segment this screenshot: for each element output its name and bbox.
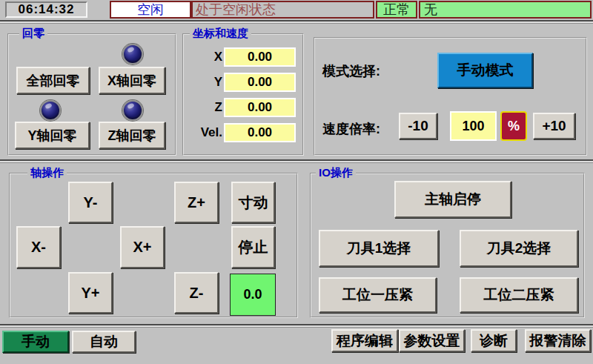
z-axis-label: Z [187, 98, 222, 117]
jog-y-minus-button[interactable]: Y- [68, 182, 113, 223]
spindle-start-stop-button[interactable]: 主轴启停 [394, 181, 511, 218]
alarm-message: 无 [419, 1, 592, 19]
home-all-button[interactable]: 全部回零 [16, 67, 90, 94]
mode-select-button[interactable]: 手动模式 [437, 53, 533, 88]
override-plus-button[interactable]: +10 [533, 113, 575, 139]
io-ops-group-title: IO操作 [316, 166, 356, 179]
machine-state-message: 处于空闲状态 [191, 1, 374, 19]
axis-ops-group-title: 轴操作 [27, 166, 67, 179]
hmi-screen: 06:14:32 空闲 处于空闲状态 正常 无 回零 全部回零 X轴回零 Y轴回… [0, 0, 593, 364]
home-y-button[interactable]: Y轴回零 [15, 122, 90, 149]
z-position-readout: 0.00 [224, 98, 296, 117]
station2-clamp-button[interactable]: 工位二压紧 [460, 277, 578, 313]
jog-y-plus-button[interactable]: Y+ [68, 272, 113, 314]
override-value-field: 100 [450, 111, 497, 141]
x-home-led-icon [122, 44, 143, 64]
program-edit-button[interactable]: 程序编辑 [331, 329, 398, 352]
homing-group: 回零 全部回零 X轴回零 Y轴回零 Z轴回零 [7, 33, 176, 156]
io-ops-group: IO操作 主轴启停 刀具1选择 刀具2选择 工位一压紧 工位二压紧 [310, 173, 585, 318]
override-minus-button[interactable]: -10 [399, 113, 437, 139]
homing-group-title: 回零 [19, 27, 47, 40]
coords-group-title: 坐标和速度 [190, 27, 251, 40]
divider-top [0, 20, 593, 24]
home-z-button[interactable]: Z轴回零 [99, 122, 165, 149]
y-home-led-icon [40, 100, 61, 121]
tool1-select-button[interactable]: 刀具1选择 [319, 230, 439, 267]
divider-bottom [0, 324, 593, 328]
mode-select-label: 模式选择: [322, 62, 380, 80]
station1-clamp-button[interactable]: 工位一压紧 [319, 277, 437, 313]
x-position-readout: 0.00 [224, 47, 296, 67]
velocity-readout: 0.00 [224, 123, 296, 142]
jog-x-minus-button[interactable]: X- [16, 226, 61, 268]
jog-z-minus-button[interactable]: Z- [174, 272, 219, 314]
param-setting-button[interactable]: 参数设置 [399, 329, 465, 352]
jog-mode-button[interactable]: 寸动 [231, 182, 275, 223]
clock-display: 06:14:32 [5, 1, 87, 18]
divider-middle [0, 159, 593, 163]
jog-z-plus-button[interactable]: Z+ [174, 182, 219, 223]
axis-ops-group: 轴操作 Y- Z+ 寸动 X- X+ 停止 Y+ Z- 0.0 [9, 173, 298, 318]
alarm-status-badge: 正常 [376, 1, 417, 19]
velocity-label: Vel. [187, 123, 222, 142]
tool2-select-button[interactable]: 刀具2选择 [460, 230, 578, 267]
z-home-led-icon [122, 100, 143, 121]
auto-tab-button[interactable]: 自动 [72, 331, 136, 353]
coords-group: 坐标和速度 X 0.00 Y 0.00 Z 0.00 Vel. 0.00 [182, 33, 304, 156]
manual-tab-button[interactable]: 手动 [2, 331, 69, 353]
stop-button[interactable]: 停止 [231, 226, 275, 268]
machine-state-badge: 空闲 [110, 1, 191, 19]
mode-group: 模式选择: 手动模式 速度倍率: -10 100 % +10 [314, 37, 587, 156]
percent-sign-badge: % [500, 111, 527, 141]
y-axis-label: Y [187, 73, 222, 92]
x-axis-label: X [187, 47, 222, 67]
step-distance-field[interactable]: 0.0 [230, 274, 276, 316]
home-x-button[interactable]: X轴回零 [99, 67, 165, 94]
speed-override-label: 速度倍率: [322, 120, 380, 138]
alarm-clear-button[interactable]: 报警清除 [525, 329, 591, 352]
y-position-readout: 0.00 [224, 73, 296, 92]
diagnosis-button[interactable]: 诊断 [471, 329, 517, 352]
jog-x-plus-button[interactable]: X+ [120, 226, 165, 268]
